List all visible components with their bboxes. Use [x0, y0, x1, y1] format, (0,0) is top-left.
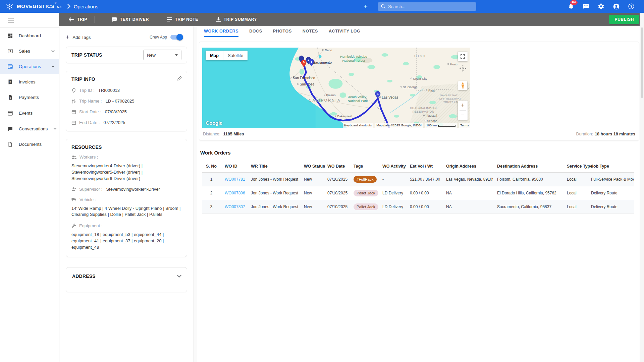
payments-icon: $ — [7, 95, 13, 100]
sidebar-item-payments[interactable]: $ Payments — [0, 89, 59, 105]
tab-activity-log[interactable]: ACTIVITY LOG — [329, 26, 360, 37]
text-bubble-icon — [112, 17, 117, 22]
brand-logo[interactable]: MOVEGISTICS®5.0 — [5, 2, 61, 11]
scrollbar-thumb[interactable] — [641, 27, 643, 98]
tag-badge: Pallet Jack — [354, 190, 378, 196]
svg-text:$: $ — [9, 49, 11, 53]
download-icon — [216, 17, 221, 22]
sidebar-item-operations[interactable]: Operations — [0, 59, 59, 74]
messages-button[interactable] — [582, 2, 590, 10]
svg-text:National Forest: National Forest — [342, 59, 365, 62]
fullscreen-button[interactable] — [458, 52, 468, 61]
global-search[interactable] — [378, 2, 476, 11]
svg-text:San Francisco: San Francisco — [293, 76, 315, 80]
panel-scrollbar[interactable] — [193, 26, 197, 362]
edit-trip-button[interactable] — [177, 76, 182, 82]
trip-info-title: TRIP INFO — [71, 76, 95, 82]
tab-notes[interactable]: NOTES — [303, 26, 318, 37]
svg-text:$: $ — [9, 80, 11, 83]
pan-control[interactable] — [458, 63, 468, 73]
sales-icon: $ — [7, 48, 13, 54]
pan-arrows-icon — [459, 65, 467, 72]
trip-toolbar: TRIP TEXT DRIVER TRIP NOTE — [59, 13, 644, 26]
svg-text:?: ? — [630, 5, 632, 8]
start-date-value: 07/08/2025 — [105, 109, 127, 114]
map-view-button[interactable]: Map — [206, 51, 223, 60]
account-button[interactable] — [612, 2, 620, 10]
svg-text:Bakersfield: Bakersfield — [337, 115, 352, 118]
calendar-icon — [71, 120, 76, 125]
resources-title: RESOURCES — [71, 144, 102, 150]
tab-work-orders[interactable]: WORK ORDERS — [204, 26, 238, 37]
zoom-out-button[interactable]: − — [458, 111, 468, 120]
search-input[interactable] — [388, 4, 473, 9]
svg-text:Reno: Reno — [325, 49, 332, 52]
back-to-trip-button[interactable]: TRIP — [65, 13, 91, 26]
help-button[interactable]: ? — [627, 2, 635, 10]
chevron-down-icon — [177, 273, 181, 278]
work-orders-title: Work Orders — [200, 150, 639, 156]
wo-id-link[interactable]: WO007781 — [225, 177, 245, 182]
fullscreen-icon — [461, 54, 465, 59]
keyboard-shortcuts-link[interactable]: Keyboard shortcuts — [343, 123, 373, 128]
chat-icon — [583, 3, 589, 9]
svg-text:St. George: St. George — [403, 85, 417, 89]
detail-tabs: WORK ORDERS DOCS PHOTOS NOTES ACTIVITY L… — [197, 26, 644, 37]
svg-text:Flagstaff: Flagstaff — [426, 114, 437, 117]
address-accordion-toggle[interactable]: ADDRESS — [66, 267, 187, 285]
svg-text:Humboldt-Toiyabe: Humboldt-Toiyabe — [340, 55, 367, 58]
svg-text:$: $ — [10, 96, 11, 99]
text-driver-button[interactable]: TEXT DRIVER — [108, 17, 153, 22]
trip-status-select[interactable]: New — [143, 50, 181, 60]
google-map[interactable]: 2 3 0 1 — [202, 48, 470, 128]
table-row: 1 WO007781 Jon Jones - Work Request New … — [202, 173, 634, 186]
tab-docs[interactable]: DOCS — [249, 26, 262, 37]
workers-value: Stevemovingworker4-Driver (driver) | Ste… — [71, 163, 181, 182]
wo-id-link[interactable]: WO007806 — [225, 191, 245, 195]
svg-text:Moab: Moab — [450, 63, 457, 66]
trip-summary-row: Distance: 1185 Miles Duration: 18 hours … — [202, 132, 636, 136]
sidebar-item-sales[interactable]: $ Sales — [0, 43, 59, 59]
sidebar-item-dashboard[interactable]: Dashboard — [0, 28, 59, 43]
sidebar-item-documents[interactable]: Documents — [0, 136, 59, 152]
wo-id-link[interactable]: WO007807 — [225, 204, 245, 209]
sidebar-item-invoices[interactable]: $ Invoices — [0, 74, 59, 89]
sidebar-item-events[interactable]: Events — [0, 105, 59, 121]
workers-icon — [71, 155, 76, 159]
notifications-button[interactable]: 99+ — [567, 2, 575, 10]
sidebar-toggle-button[interactable] — [0, 13, 59, 27]
resources-card: RESOURCES Workers : Stevemovingworker4-D… — [66, 139, 187, 257]
trip-detail-panel: + Add Tags Crew App TRIP STATUS New — [59, 26, 193, 362]
table-row: 2 WO007806 Jon Jones - Work Request New … — [202, 186, 634, 200]
sidebar-item-conversations[interactable]: Conversations — [0, 121, 59, 136]
table-header-row: S. No WO ID WR Title WO Status WO Date T… — [202, 160, 634, 173]
zoom-in-button[interactable]: + — [458, 101, 468, 110]
zoom-control: + − — [458, 101, 468, 120]
end-date-value: 07/22/2025 — [103, 120, 125, 125]
equipment-value: equipment_18 | equipment_53 | equipment_… — [71, 232, 181, 251]
crew-app-toggle[interactable] — [170, 35, 182, 40]
terms-link[interactable]: Terms — [459, 123, 470, 128]
settings-button[interactable] — [597, 2, 605, 10]
gear-icon — [598, 3, 604, 10]
satellite-view-button[interactable]: Satellite — [223, 51, 248, 60]
invoices-icon: $ — [7, 79, 13, 85]
add-button[interactable]: + — [364, 3, 368, 10]
add-tags-button[interactable]: + Add Tags — [66, 34, 91, 40]
trip-status-title: TRIP STATUS — [71, 52, 102, 58]
pegman-control[interactable] — [458, 81, 467, 90]
trip-status-card: TRIP STATUS New — [66, 47, 187, 63]
window-scrollbar[interactable] — [640, 13, 644, 362]
trip-summary-button[interactable]: TRIP SUMMARY — [212, 17, 261, 22]
svg-text:RESERVATION: RESERVATION — [413, 110, 434, 113]
svg-text:TRUST LAN: TRUST LAN — [443, 101, 460, 104]
duration-value: 18 hours 18 minutes — [595, 132, 635, 136]
publish-button[interactable]: PUBLISH — [609, 15, 639, 24]
crew-app-label: Crew App — [150, 35, 167, 40]
map-type-control: Map Satellite — [206, 51, 248, 60]
trip-id-value: TRI000013 — [98, 88, 120, 93]
trip-note-button[interactable]: TRIP NOTE — [163, 17, 202, 22]
tab-photos[interactable]: PHOTOS — [273, 26, 292, 37]
address-card: ADDRESS — [66, 267, 187, 292]
tag-badge: #FullPack — [354, 176, 377, 183]
